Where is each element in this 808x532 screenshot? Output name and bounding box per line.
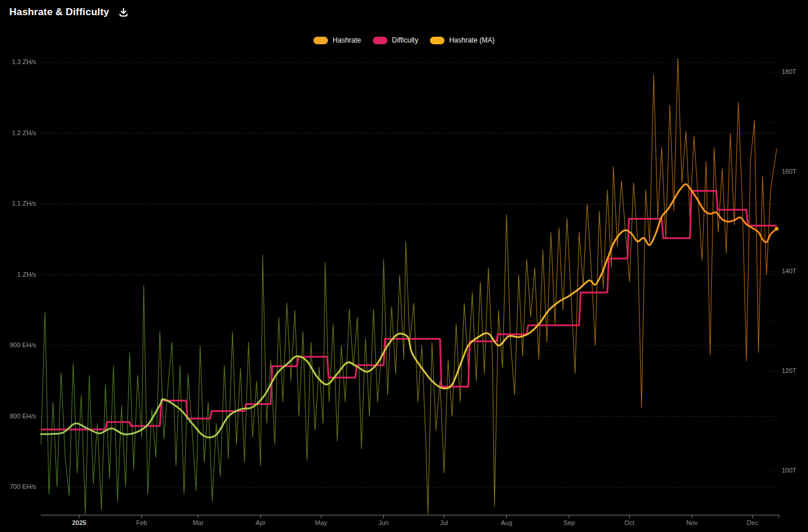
legend-label: Hashrate (MA): [449, 36, 495, 44]
legend-swatch-hashrate-ma: [430, 37, 444, 44]
hashrate-line: [41, 58, 777, 515]
download-icon: [118, 7, 129, 17]
legend-label: Hashrate: [333, 36, 361, 44]
gridlines: [41, 62, 779, 487]
right-axis-tick-stubs: [771, 72, 778, 471]
x-axis-label: Aug: [488, 519, 525, 526]
legend-label: Difficulty: [392, 36, 418, 44]
download-button[interactable]: [117, 6, 130, 19]
chart-svg: [0, 0, 808, 532]
y-axis-label-left: 1.1 ZH/s: [0, 200, 36, 207]
y-axis-label-right: 100T: [782, 467, 807, 474]
x-axis-label: Jul: [425, 519, 463, 526]
y-axis-label-right: 180T: [782, 68, 807, 75]
y-axis-label-left: 1 ZH/s: [0, 271, 36, 278]
x-axis-label: 2025: [61, 519, 98, 526]
y-axis-label-left: 1.3 ZH/s: [0, 58, 36, 65]
x-axis-label: May: [302, 519, 340, 526]
legend-item-hashrate-ma[interactable]: Hashrate (MA): [430, 36, 495, 44]
x-axis-label: Jun: [365, 519, 402, 526]
legend-swatch-hashrate: [313, 37, 328, 44]
x-axis-label: Mar: [179, 519, 217, 526]
chart-legend: Hashrate Difficulty Hashrate (MA): [0, 36, 808, 44]
y-axis-label-left: 1.2 ZH/s: [0, 129, 36, 136]
x-axis-label: Apr: [242, 519, 279, 526]
y-axis-label-right: 160T: [782, 168, 807, 175]
x-axis-label: Oct: [611, 519, 648, 526]
x-axis: [41, 515, 779, 518]
x-axis-label: Sep: [551, 519, 588, 526]
legend-item-hashrate[interactable]: Hashrate: [313, 36, 361, 44]
y-axis-label-right: 120T: [782, 367, 807, 374]
legend-swatch-difficulty: [373, 37, 387, 44]
y-axis-label-right: 140T: [782, 267, 807, 274]
x-axis-label: Dec: [734, 519, 771, 526]
panel-header: Hashrate & Difficulty: [9, 6, 130, 19]
legend-item-difficulty[interactable]: Difficulty: [373, 36, 418, 44]
hashrate-difficulty-panel: Hashrate & Difficulty Hashrate Difficult…: [0, 0, 808, 532]
page-title: Hashrate & Difficulty: [9, 6, 109, 18]
chart-canvas[interactable]: 1.3 ZH/s1.2 ZH/s1.1 ZH/s1 ZH/s900 EH/s80…: [0, 0, 808, 532]
y-axis-label-left: 900 EH/s: [0, 341, 36, 348]
x-axis-label: Feb: [123, 519, 160, 526]
hashrate-ma-end-dot: [775, 227, 778, 230]
x-axis-label: Nov: [673, 519, 711, 526]
y-axis-label-left: 700 EH/s: [0, 483, 36, 490]
y-axis-label-left: 800 EH/s: [0, 413, 36, 420]
